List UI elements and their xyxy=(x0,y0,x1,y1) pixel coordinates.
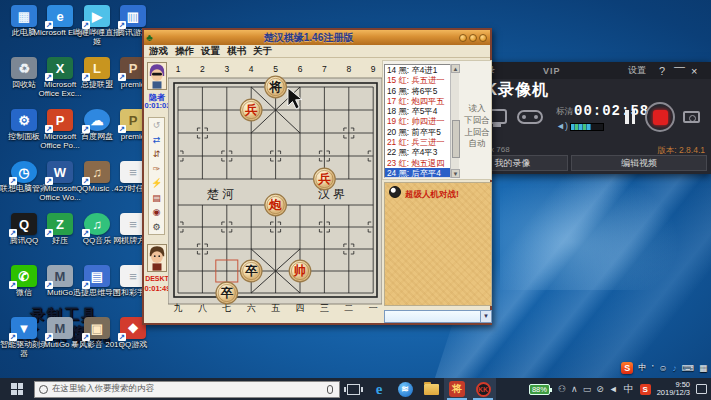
taskbar-edge[interactable]: e xyxy=(366,378,392,400)
pause-button[interactable] xyxy=(623,109,637,125)
stop-record-button[interactable] xyxy=(645,102,675,132)
move-row[interactable]: 22 黑: 卒4平3 xyxy=(385,147,457,157)
taskbar-kk[interactable]: KK xyxy=(470,378,496,400)
file-number-top: 8 xyxy=(346,64,351,74)
file-number-top: 5 xyxy=(273,64,278,74)
notification-center-icon[interactable] xyxy=(696,384,707,394)
laptop-icon[interactable]: ▭ xyxy=(583,384,592,394)
svg-text:将: 将 xyxy=(268,80,282,94)
button-自动[interactable]: 自动 xyxy=(460,138,494,150)
file-number-top: 9 xyxy=(371,64,376,74)
sogou-tray-icon[interactable]: S xyxy=(640,384,651,395)
menu-棋书[interactable]: 棋书 xyxy=(227,45,246,58)
piece-兵[interactable]: 兵 xyxy=(314,168,336,190)
hand-icon[interactable]: ✑ xyxy=(153,164,161,174)
rotate-icon[interactable]: ↺ xyxy=(153,120,161,130)
kk-minimize-button[interactable]: — xyxy=(674,60,685,72)
swap-icon[interactable]: ⇄ xyxy=(153,135,161,145)
game-maximize-button[interactable] xyxy=(469,34,477,42)
scroll-up-icon[interactable]: ▲ xyxy=(451,64,460,73)
kk-close-button[interactable]: × xyxy=(691,65,697,77)
sogou-toolbox-icon[interactable]: ▦ xyxy=(699,363,707,373)
sogou-punctuation-icon[interactable]: ’ xyxy=(652,363,654,373)
svg-text:帅: 帅 xyxy=(293,264,307,278)
stone-icon[interactable]: ◉ xyxy=(153,207,161,217)
taskbar-explorer[interactable] xyxy=(418,378,444,400)
move-row[interactable]: 24 黑: 后卒平4 xyxy=(385,168,457,178)
lightning-icon[interactable]: ⚡ xyxy=(151,178,162,188)
button-读入[interactable]: 读入 xyxy=(460,103,494,115)
menu-设置[interactable]: 设置 xyxy=(201,45,220,58)
start-button[interactable] xyxy=(0,378,34,400)
sogou-emoji-icon[interactable]: ☺ xyxy=(659,363,668,373)
shortcut-arrow-icon: ↗ xyxy=(9,177,17,185)
move-row[interactable]: 23 红: 炮五退四 xyxy=(385,158,457,168)
scroll-thumb[interactable] xyxy=(452,120,460,158)
game-close-button[interactable] xyxy=(479,34,487,42)
piece-卒[interactable]: 卒 xyxy=(216,282,238,304)
book-icon[interactable]: ▤ xyxy=(152,193,161,203)
sogou-logo-icon[interactable]: S xyxy=(621,362,633,374)
menu-关于[interactable]: 关于 xyxy=(253,45,272,58)
taskbar-xiangqi[interactable]: 将 xyxy=(444,378,470,400)
kk-settings-button[interactable]: 设置 xyxy=(628,64,646,77)
speaker-icon[interactable]: ◄) xyxy=(556,121,568,131)
shortcut-arrow-icon: ↗ xyxy=(9,281,17,289)
shortcut-arrow-icon: ↗ xyxy=(118,21,126,29)
sogou-keyboard-icon[interactable]: ⌨ xyxy=(682,363,694,373)
move-row[interactable]: 18 黑: 卒5平4 xyxy=(385,106,457,116)
move-row[interactable]: 16 黑: 将6平5 xyxy=(385,86,457,96)
shortcut-arrow-icon: ↗ xyxy=(118,333,126,341)
piece-卒[interactable]: 卒 xyxy=(240,260,262,282)
move-row[interactable]: 21 红: 兵三进一 xyxy=(385,137,457,147)
move-row[interactable]: 14 黑: 卒4进1 xyxy=(385,65,457,75)
gear-icon[interactable]: ⚙ xyxy=(152,222,160,232)
tray-icons: ⚇∧▭⊘◄ xyxy=(558,384,618,394)
taskbar-clock[interactable]: 9:50 2019/12/3 xyxy=(657,381,690,397)
sogou-ime-mode[interactable]: 中 xyxy=(638,362,647,374)
screenshot-icon[interactable] xyxy=(683,111,700,123)
kk-help-button[interactable]: ? xyxy=(659,65,665,77)
volume-icon[interactable]: ◄ xyxy=(609,384,618,394)
piece-将[interactable]: 将 xyxy=(265,76,287,98)
edit-video-button[interactable]: 编辑视频 xyxy=(571,155,707,171)
shortcut-arrow-icon: ↗ xyxy=(45,333,53,341)
move-row[interactable]: 20 黑: 前卒平5 xyxy=(385,127,457,137)
flip-icon[interactable]: ⇵ xyxy=(153,149,161,159)
taskbar-search[interactable]: 在这里输入你要搜索的内容 xyxy=(34,381,340,398)
game-titlebar[interactable]: ♣ 楚汉棋缘1.46注册版 xyxy=(144,30,490,45)
chat-input[interactable] xyxy=(384,310,481,323)
move-list-scrollbar[interactable]: ▲ ▼ xyxy=(450,64,459,178)
move-list[interactable]: 14 黑: 卒4进115 红: 兵五进一16 黑: 将6平517 红: 炮四平五… xyxy=(384,64,458,178)
mic-icon[interactable] xyxy=(327,385,333,394)
kk-vip-link[interactable]: VIP xyxy=(543,66,561,76)
game-record-icon[interactable] xyxy=(517,110,543,124)
ime-indicator[interactable]: 中 xyxy=(624,382,634,396)
network-icon[interactable]: ⊘ xyxy=(596,384,604,394)
quality-label[interactable]: 标清 xyxy=(556,106,573,118)
piece-帅[interactable]: 帅 xyxy=(289,260,311,282)
file-number-top: 2 xyxy=(200,64,205,74)
xiangqi-board[interactable]: 楚河汉界123456789九八七六五四三二一将兵兵炮卒帅卒 xyxy=(168,58,382,316)
move-row[interactable]: 19 红: 帅四进一 xyxy=(385,116,457,126)
button-下回合[interactable]: 下回合 xyxy=(460,115,494,127)
chat-dropdown-icon[interactable]: ▼ xyxy=(481,310,492,323)
shortcut-arrow-icon: ↗ xyxy=(82,281,90,289)
taskbar-blue-app[interactable]: ≋ xyxy=(392,378,418,400)
piece-兵[interactable]: 兵 xyxy=(240,99,262,121)
menu-游戏[interactable]: 游戏 xyxy=(149,45,168,58)
move-row[interactable]: 17 红: 炮四平五 xyxy=(385,96,457,106)
file-number-top: 4 xyxy=(249,64,254,74)
shortcut-arrow-icon: ↗ xyxy=(118,73,126,81)
piece-炮[interactable]: 炮 xyxy=(265,194,287,216)
battery-indicator[interactable]: 88% xyxy=(529,384,550,395)
scroll-down-icon[interactable]: ▼ xyxy=(451,169,460,178)
user-icon[interactable]: ⚇ xyxy=(558,384,566,394)
task-view-button[interactable] xyxy=(340,378,366,400)
svg-text:兵: 兵 xyxy=(244,103,258,117)
move-row[interactable]: 15 红: 兵五进一 xyxy=(385,75,457,85)
game-minimize-button[interactable] xyxy=(459,34,467,42)
sogou-mic-icon[interactable]: ♪ xyxy=(672,363,676,373)
menu-操作[interactable]: 操作 xyxy=(175,45,194,58)
chevron-up-icon[interactable]: ∧ xyxy=(571,384,578,394)
